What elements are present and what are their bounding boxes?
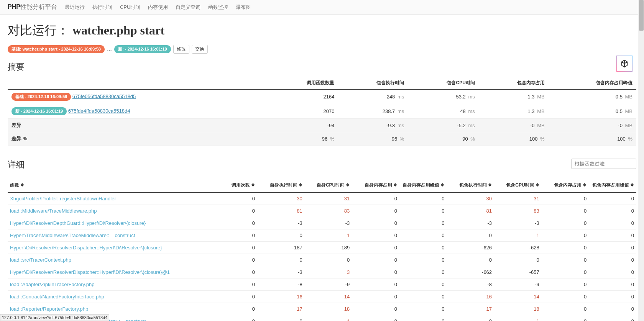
summary-cell: -0 MB xyxy=(549,119,636,132)
function-cell: Hyperf\Di\Resolver\ResolverDispatcher::H… xyxy=(8,242,210,254)
summary-cell: -94 xyxy=(269,119,338,132)
detail-cell: 0 xyxy=(352,242,399,254)
function-link[interactable]: Xhgui\Profiler\Profiler::registerShutdow… xyxy=(10,196,116,201)
detail-col-1[interactable]: 调用次数 xyxy=(210,178,257,193)
summary-heading: 摘要 xyxy=(8,61,636,73)
detail-cell: 0 xyxy=(542,266,589,278)
detail-cell: 0 xyxy=(589,229,636,242)
detail-cell: 0 xyxy=(399,254,447,266)
detail-col-6[interactable]: 包含执行时间 xyxy=(447,178,494,193)
sort-icon[interactable] xyxy=(488,183,492,187)
detail-col-5[interactable]: 自身内存占用峰值 xyxy=(399,178,447,193)
detail-cell: 0 xyxy=(494,254,542,266)
nav-item-4[interactable]: 自定义查询 xyxy=(176,4,200,10)
nav-item-2[interactable]: CPU时间 xyxy=(120,4,140,10)
summary-cell: 53.2 ms xyxy=(408,90,479,104)
detail-cell: 0 xyxy=(399,193,447,205)
detail-col-2[interactable]: 自身执行时间 xyxy=(257,178,305,193)
function-link[interactable]: load::Contract/NamedFactoryInterface.php xyxy=(10,294,104,300)
function-link[interactable]: Hyperf\Di\Resolver\ResolverDispatcher::H… xyxy=(10,245,162,251)
detail-cell: 0 xyxy=(542,229,589,242)
detail-cell: 1 xyxy=(305,315,352,321)
nav-item-5[interactable]: 函数监控 xyxy=(208,4,228,10)
detail-col-4[interactable]: 自身内存占用 xyxy=(352,178,399,193)
detail-cell: 1 xyxy=(494,229,542,242)
nav-item-3[interactable]: 内存使用 xyxy=(148,4,168,10)
detail-cell: 0 xyxy=(399,266,447,278)
function-cell: Hyperf\Di\Resolver\DepthGuard::Hyperf\Di… xyxy=(8,217,210,229)
function-link[interactable]: load::Adapter/ZipkinTracerFactory.php xyxy=(10,282,94,287)
detail-cell: -8 xyxy=(447,278,494,291)
sort-icon[interactable] xyxy=(441,183,444,187)
brand[interactable]: PHP性能分析平台 xyxy=(8,3,57,11)
filter-input[interactable] xyxy=(571,159,636,169)
detail-col-0[interactable]: 函数 xyxy=(8,178,210,193)
summary-cell: 100 % xyxy=(479,132,549,146)
navbar: PHP性能分析平台 最近运行执行时间CPU时间内存使用自定义查询函数监控瀑布图 xyxy=(0,0,644,15)
row-label: 差异 % xyxy=(8,132,269,146)
function-link[interactable]: Hyperf\Di\Resolver\ResolverDispatcher::H… xyxy=(10,269,170,275)
detail-cell: 0 xyxy=(399,303,447,315)
function-link[interactable]: load::src/TracerContext.php xyxy=(10,257,71,263)
summary-cell: 1.3 MB xyxy=(479,90,549,104)
detail-cell: -662 xyxy=(447,266,494,278)
scrollbar[interactable] xyxy=(638,0,644,321)
sort-icon[interactable] xyxy=(536,183,539,187)
detail-cell: 0 xyxy=(589,217,636,229)
detail-cell: 0 xyxy=(352,278,399,291)
function-cell: load::Reporter/ReporterFactory.php xyxy=(8,303,210,315)
detail-cell: 0 xyxy=(352,291,399,303)
modify-button[interactable]: 修改 xyxy=(173,45,189,54)
detail-cell: 0 xyxy=(210,315,257,321)
summary-col-5: 包含内存占用峰值 xyxy=(549,77,636,90)
detail-col-9[interactable]: 包含内存占用峰值 xyxy=(589,178,636,193)
detail-cell: 0 xyxy=(352,266,399,278)
summary-cell: 0.5 MB xyxy=(549,90,636,104)
detail-cell: 83 xyxy=(305,205,352,217)
summary-row: 新 - 2024-12-16 16:01:19 675fde4ffda58830… xyxy=(8,104,636,119)
function-link[interactable]: load::Reporter/ReporterFactory.php xyxy=(10,306,88,312)
detail-cell: 0 xyxy=(352,315,399,321)
function-cell: Xhgui\Profiler\Profiler::registerShutdow… xyxy=(8,193,210,205)
detail-cell: 0 xyxy=(542,193,589,205)
detail-cell: 0 xyxy=(399,315,447,321)
sort-icon[interactable] xyxy=(631,183,634,187)
detail-cell: 0 xyxy=(352,303,399,315)
detail-col-8[interactable]: 包含内存占用 xyxy=(542,178,589,193)
sort-icon[interactable] xyxy=(251,183,255,187)
run-link[interactable]: 675fde4ffda58830ca5518d4 xyxy=(68,108,130,114)
sort-icon[interactable] xyxy=(346,183,350,187)
summary-cell: 238.7 ms xyxy=(338,104,408,119)
nav-item-6[interactable]: 瀑布图 xyxy=(236,4,251,10)
detail-cell: 0 xyxy=(352,254,399,266)
function-cell: Hyperf\Tracer\Middleware\TraceMiddleware… xyxy=(8,229,210,242)
sort-icon[interactable] xyxy=(21,183,24,187)
summary-cell: 96 % xyxy=(269,132,338,146)
sort-icon[interactable] xyxy=(583,183,586,187)
sort-icon[interactable] xyxy=(394,183,397,187)
nav-item-1[interactable]: 执行时间 xyxy=(92,4,112,10)
function-link[interactable]: Hyperf\Di\Resolver\DepthGuard::Hyperf\Di… xyxy=(10,220,146,226)
detail-cell: 0 xyxy=(447,229,494,242)
detail-cell: 0 xyxy=(447,254,494,266)
detail-cell: 0 xyxy=(305,254,352,266)
detail-cell: 0 xyxy=(210,254,257,266)
function-link[interactable]: Hyperf\Tracer\Middleware\TraceMiddleware… xyxy=(10,233,135,238)
detail-cell: 0 xyxy=(257,229,305,242)
run-link[interactable]: 675fe056fda58830ca5518d5 xyxy=(72,93,136,99)
detail-cell: 0 xyxy=(589,303,636,315)
scrollbar-thumb[interactable] xyxy=(639,0,644,31)
detail-cell: 0 xyxy=(210,266,257,278)
swap-button[interactable]: 交换 xyxy=(192,45,208,54)
detail-cell: 0 xyxy=(210,229,257,242)
detail-cell: 0 xyxy=(399,229,447,242)
function-link[interactable]: load::Middleware/TraceMiddleware.php xyxy=(10,208,97,214)
detail-cell: 81 xyxy=(447,205,494,217)
detail-col-7[interactable]: 包含CPU时间 xyxy=(494,178,542,193)
detail-cell: -9 xyxy=(305,278,352,291)
detail-col-3[interactable]: 自身CPU时间 xyxy=(305,178,352,193)
detail-cell: 0 xyxy=(542,217,589,229)
sort-icon[interactable] xyxy=(299,183,302,187)
nav-item-0[interactable]: 最近运行 xyxy=(65,4,85,10)
detail-cell: 0 xyxy=(542,278,589,291)
